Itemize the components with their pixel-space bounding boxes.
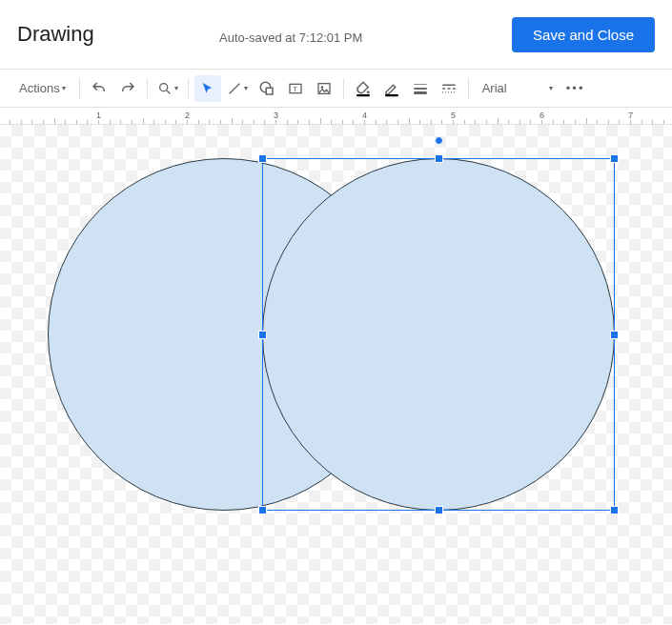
svg-text:T: T	[293, 85, 297, 93]
ruler-label: 2	[185, 111, 190, 120]
border-weight-button[interactable]	[407, 75, 434, 102]
toolbar: Actions ▾ ▾ ▾ T	[0, 70, 672, 108]
zoom-icon	[157, 81, 173, 96]
horizontal-ruler: // ruler drawn after data load below 123…	[0, 108, 672, 125]
fill-color-icon	[355, 80, 372, 97]
border-dash-icon	[440, 80, 458, 97]
redo-button[interactable]	[114, 75, 141, 102]
ruler-label: 1	[96, 111, 101, 120]
toolbar-separator	[343, 78, 344, 99]
border-weight-icon	[412, 80, 429, 97]
more-options-button[interactable]: •••	[562, 75, 589, 102]
undo-button[interactable]	[86, 75, 112, 102]
ruler-label: 3	[274, 111, 278, 120]
shape-icon	[258, 80, 275, 97]
svg-line-1	[167, 91, 170, 93]
ruler-label: 5	[451, 111, 456, 120]
line-tool-button[interactable]: ▾	[223, 75, 252, 102]
svg-point-9	[366, 91, 369, 93]
undo-icon	[91, 80, 108, 97]
toolbar-separator	[188, 78, 189, 99]
toolbar-separator	[147, 78, 148, 99]
svg-rect-4	[266, 88, 273, 94]
font-family-select[interactable]: Arial ▾	[475, 75, 560, 102]
caret-down-icon: ▾	[174, 84, 178, 92]
textbox-tool-button[interactable]: T	[282, 75, 309, 102]
redo-icon	[119, 80, 136, 97]
svg-rect-11	[385, 94, 398, 96]
more-horizontal-icon: •••	[566, 81, 585, 95]
caret-down-icon: ▾	[62, 84, 66, 92]
dialog-header: Drawing Auto-saved at 7:12:01 PM Save an…	[0, 0, 672, 69]
ruler-label: 6	[540, 111, 544, 120]
svg-rect-10	[356, 94, 370, 96]
rotate-handle[interactable]	[435, 136, 443, 145]
ruler-label: 7	[628, 111, 633, 120]
cursor-icon	[200, 81, 215, 96]
image-icon	[316, 81, 332, 96]
textbox-icon: T	[288, 81, 303, 96]
caret-down-icon: ▾	[244, 84, 248, 92]
line-icon	[227, 81, 242, 96]
toolbar-separator	[79, 78, 80, 99]
fill-color-button[interactable]	[350, 75, 377, 102]
caret-down-icon: ▾	[549, 84, 553, 92]
zoom-button[interactable]: ▾	[153, 75, 182, 102]
autosave-status: Auto-saved at 7:12:01 PM	[219, 30, 362, 45]
border-dash-button[interactable]	[436, 75, 462, 102]
dialog-title: Drawing	[17, 22, 94, 47]
circle-shape-2[interactable]	[262, 158, 615, 511]
drawing-canvas[interactable]	[0, 125, 672, 624]
actions-label: Actions	[19, 81, 60, 95]
ruler-label: 4	[362, 111, 367, 120]
border-color-button[interactable]	[378, 75, 405, 102]
border-color-icon	[383, 80, 400, 97]
shape-tool-button[interactable]	[254, 75, 280, 102]
svg-line-2	[229, 83, 239, 93]
select-tool-button[interactable]	[194, 75, 221, 102]
font-name-label: Arial	[482, 81, 507, 95]
svg-point-8	[320, 86, 323, 89]
resize-handle-sw[interactable]	[258, 506, 267, 514]
resize-handle-se[interactable]	[610, 506, 619, 514]
toolbar-separator	[468, 78, 469, 99]
image-tool-button[interactable]	[311, 75, 337, 102]
actions-menu-button[interactable]: Actions ▾	[11, 75, 73, 102]
resize-handle-ne[interactable]	[610, 154, 619, 163]
save-and-close-button[interactable]: Save and Close	[512, 17, 655, 52]
svg-point-0	[159, 83, 167, 91]
